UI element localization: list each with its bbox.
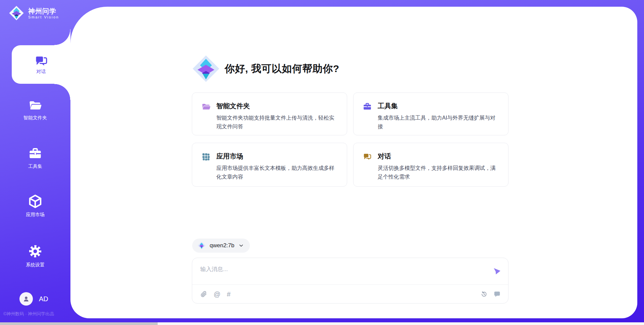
card-title: 工具集 [378, 102, 499, 111]
sidebar: 神州问学 Smart Vision 对话 智能文件夹 工具集 应用市场 系统设置… [0, 0, 70, 325]
sidebar-item-toolset[interactable]: 工具集 [0, 147, 70, 170]
card-chat[interactable]: 对话 灵活切换多模型文件，支持多样回复效果调试，满足个性化需求 [353, 143, 508, 187]
sidebar-item-label: 对话 [37, 69, 46, 75]
card-title: 应用市场 [216, 152, 337, 161]
card-description: 智能文件夹功能支持批量文件上传与清洗，轻松实现文件问答 [216, 114, 337, 131]
sidebar-item-chat[interactable]: 对话 [12, 45, 70, 84]
brand-subtitle: Smart Vision [28, 15, 59, 19]
person-icon [22, 295, 30, 303]
attach-file-button[interactable] [200, 290, 207, 298]
card-smart-folder[interactable]: 智能文件夹 智能文件夹功能支持批量文件上传与清洗，轻松实现文件问答 [192, 92, 347, 135]
sidebar-item-settings[interactable]: 系统设置 [0, 244, 70, 268]
greeting-block: 你好, 我可以如何帮助你? [192, 55, 339, 83]
new-chat-button[interactable] [493, 290, 501, 298]
gear-icon [28, 244, 43, 259]
composer-toolbar: @ # [192, 284, 508, 303]
send-button[interactable] [493, 267, 501, 275]
card-app-market[interactable]: 应用市场 应用市场提供丰富长文本模板，助力高效生成多样化文章内容 [192, 143, 347, 187]
sidebar-item-app-market[interactable]: 应用市场 [0, 194, 70, 218]
sidebar-item-label: 系统设置 [0, 262, 70, 268]
history-icon [480, 290, 488, 298]
main-panel: 你好, 我可以如何帮助你? 智能文件夹 智能文件夹功能支持批量文件上传与清洗，轻… [70, 7, 637, 318]
hash-icon: # [227, 290, 230, 298]
avatar [19, 292, 33, 306]
scrollbar-thumb[interactable] [0, 322, 158, 325]
user-name: AD [39, 295, 48, 303]
chat-bubbles-icon [35, 55, 48, 66]
folder-icon [202, 102, 211, 111]
diamond-logo-icon [192, 55, 220, 83]
brand-name: 神州问学 [28, 7, 59, 15]
message-composer: @ # [192, 258, 508, 304]
brand-logo: 神州问学 Smart Vision [9, 5, 59, 21]
tab-curve-bottom [54, 84, 70, 100]
model-selector[interactable]: qwen2:7b [192, 239, 250, 253]
user-profile[interactable]: AD [19, 292, 48, 306]
card-title: 对话 [378, 152, 499, 161]
diamond-logo-icon [198, 242, 206, 250]
at-icon: @ [214, 290, 220, 298]
card-toolset[interactable]: 工具集 集成市场上主流工具，助力AI与外界无缝扩展与对接 [353, 92, 508, 135]
card-description: 灵活切换多模型文件，支持多样回复效果调试，满足个性化需求 [378, 164, 499, 181]
toolbox-icon [28, 147, 42, 160]
topic-button[interactable]: # [227, 291, 230, 298]
model-name: qwen2:7b [210, 242, 234, 249]
sidebar-item-label: 工具集 [0, 164, 70, 170]
toolbox-icon [363, 102, 372, 111]
copyright-footer: ©神州数码 · 神州问学出品 [3, 311, 70, 317]
diamond-logo-icon [9, 5, 24, 21]
folder-icon [28, 99, 43, 112]
greeting-text: 你好, 我可以如何帮助你? [225, 62, 339, 76]
cube-icon [28, 194, 42, 208]
chevron-down-icon [238, 243, 244, 248]
card-description: 应用市场提供丰富长文本模板，助力高效生成多样化文章内容 [216, 164, 337, 181]
mention-button[interactable]: @ [214, 291, 220, 298]
send-icon [493, 267, 501, 275]
feature-cards: 智能文件夹 智能文件夹功能支持批量文件上传与清洗，轻松实现文件问答 工具集 集成… [192, 92, 508, 187]
history-button[interactable] [480, 290, 488, 298]
attachment-icon [200, 290, 207, 298]
tab-curve-top [54, 29, 70, 45]
app-grid-icon [202, 152, 210, 161]
chat-bubbles-icon [363, 152, 372, 160]
card-description: 集成市场上主流工具，助力AI与外界无缝扩展与对接 [378, 114, 499, 131]
sidebar-item-label: 应用市场 [0, 212, 70, 218]
card-title: 智能文件夹 [216, 102, 337, 111]
horizontal-scrollbar[interactable] [0, 322, 644, 325]
message-input[interactable] [200, 263, 493, 280]
chat-square-icon [493, 290, 501, 298]
sidebar-item-smart-folder[interactable]: 智能文件夹 [0, 99, 70, 121]
sidebar-item-label: 智能文件夹 [0, 115, 70, 121]
